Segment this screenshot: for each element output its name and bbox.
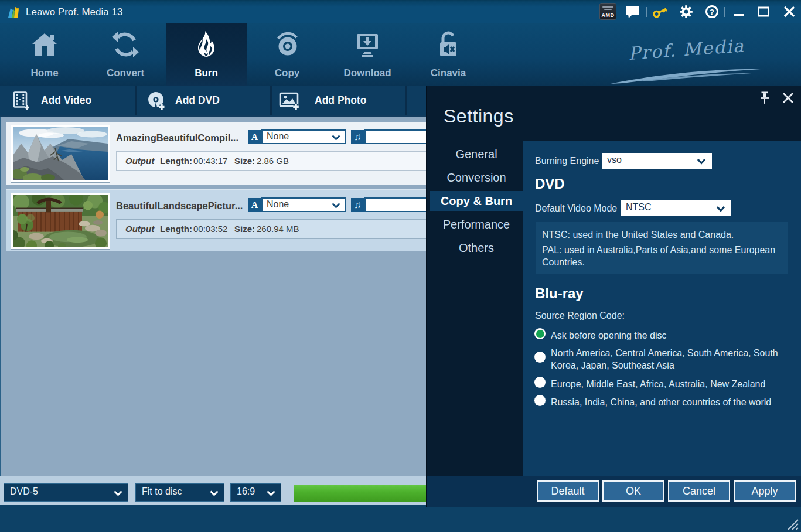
aspect-ratio-dropdown[interactable]: 16:9 (230, 483, 281, 502)
svg-text:?: ? (710, 8, 714, 16)
titlebar-separator (646, 7, 647, 17)
resize-grip[interactable] (785, 518, 799, 531)
nav-tab-download[interactable]: Download (327, 23, 408, 86)
chevron-down-icon (332, 135, 340, 141)
copy-disc-icon (273, 30, 301, 59)
minimize-icon[interactable] (732, 5, 747, 19)
pin-icon[interactable] (758, 91, 772, 105)
audio-icon: ♫ (351, 198, 364, 212)
radio-region-a[interactable] (534, 352, 546, 363)
app-title: Leawo Prof. Media 13 (26, 0, 122, 23)
settings-title: Settings (444, 105, 514, 127)
burn-flame-icon (192, 30, 220, 59)
nav-tab-home[interactable]: Home (4, 23, 85, 86)
main-nav: Home Convert Burn Copy (0, 23, 801, 86)
titlebar-separator (724, 7, 725, 17)
convert-icon (111, 30, 139, 59)
default-button[interactable]: Default (537, 480, 599, 502)
nav-tab-burn[interactable]: Burn (166, 23, 247, 86)
chevron-down-icon (332, 203, 340, 209)
cancel-button[interactable]: Cancel (668, 480, 730, 502)
add-photo-button[interactable]: Add Photo (272, 86, 405, 115)
chevron-down-icon (114, 490, 122, 496)
dvd-heading: DVD (535, 176, 565, 192)
nav-tab-copy[interactable]: Copy (247, 23, 328, 86)
chevron-down-icon (267, 490, 275, 496)
radio-region-c[interactable] (534, 395, 546, 406)
maximize-icon[interactable] (756, 5, 771, 19)
brand-logo: Prof. Media (609, 38, 762, 85)
subtitle-dropdown[interactable]: None (261, 129, 346, 144)
download-icon (353, 30, 381, 59)
apply-button[interactable]: Apply (734, 480, 796, 502)
settings-footer: Default OK Cancel Apply (427, 476, 801, 507)
add-photo-icon (279, 91, 301, 110)
register-key-icon[interactable] (653, 5, 668, 19)
disc-type-dropdown[interactable]: DVD-5 (4, 483, 128, 502)
settings-tab-performance[interactable]: Performance (430, 214, 523, 234)
add-video-button[interactable]: Add Video (0, 86, 135, 115)
subtitle-icon: A (248, 130, 261, 144)
settings-tab-copy-burn[interactable]: Copy & Burn (430, 191, 523, 211)
settings-panel: Settings General Conversion Copy & Burn … (426, 86, 801, 507)
video-title: BeautifulLandscapePictur... (116, 200, 243, 212)
audio-icon: ♫ (351, 130, 364, 144)
video-mode-label: Default Video Mode (535, 203, 617, 214)
nav-tab-cinavia[interactable]: Cinavia (408, 23, 489, 86)
chevron-down-icon (697, 158, 706, 165)
fit-mode-dropdown[interactable]: Fit to disc (135, 483, 224, 502)
brand-text: Prof. Media (628, 35, 745, 64)
leawo-logo (8, 6, 22, 18)
video-mode-info-box: NTSC: used in the United States and Cana… (536, 222, 788, 274)
add-dvd-icon (147, 91, 167, 110)
add-dvd-button[interactable]: Add DVD (137, 86, 270, 115)
home-icon (30, 30, 59, 59)
video-thumbnail (11, 193, 110, 250)
toolbar-separator (405, 86, 407, 115)
chevron-down-icon (716, 206, 725, 212)
add-video-icon (12, 91, 32, 110)
settings-content: Burning Engine vso DVD Default Video Mod… (523, 141, 801, 476)
ok-button[interactable]: OK (602, 480, 664, 502)
cinavia-lock-icon (434, 30, 462, 59)
video-title: AmazingBeautifulCompil... (116, 132, 238, 144)
feedback-icon[interactable] (625, 5, 640, 19)
title-bar: Leawo Prof. Media 13 AMD ? (0, 0, 801, 23)
bluray-heading: Blu-ray (535, 285, 584, 302)
video-thumbnail (11, 125, 110, 183)
settings-gear-icon[interactable] (679, 5, 694, 19)
burning-engine-dropdown[interactable]: vso (602, 153, 712, 169)
settings-tab-others[interactable]: Others (430, 238, 523, 258)
radio-region-b[interactable] (534, 377, 546, 388)
settings-close-icon[interactable] (781, 91, 795, 105)
region-code-label: Source Region Code: (535, 311, 625, 321)
video-mode-dropdown[interactable]: NTSC (621, 200, 731, 216)
burning-engine-label: Burning Engine (535, 156, 599, 166)
brand-swoosh (609, 65, 762, 85)
help-icon[interactable]: ? (704, 5, 720, 19)
settings-tab-general[interactable]: General (430, 144, 523, 164)
close-icon[interactable] (782, 5, 797, 19)
chevron-down-icon (210, 490, 219, 496)
radio-ask-before-opening[interactable] (534, 328, 546, 339)
subtitle-icon: A (248, 198, 261, 212)
window-bottom-strip (0, 505, 801, 532)
subtitle-dropdown[interactable]: None (261, 197, 346, 212)
amd-badge-icon[interactable]: AMD (599, 3, 616, 20)
nav-tab-convert[interactable]: Convert (85, 23, 166, 86)
settings-tab-conversion[interactable]: Conversion (430, 168, 523, 187)
